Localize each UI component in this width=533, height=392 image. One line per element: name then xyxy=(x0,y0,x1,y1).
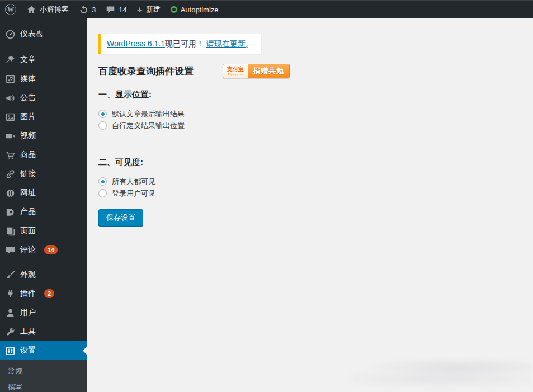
radio-option-custom-output[interactable]: 自行定义结果输出位置 xyxy=(98,120,522,131)
radio-option-default-output[interactable]: 默认文章最后输出结果 xyxy=(98,108,522,120)
sidebar-item-posts[interactable]: 文章 xyxy=(0,50,87,69)
notice-text: 现已可用！ xyxy=(165,39,206,48)
radio-selected-icon[interactable] xyxy=(98,177,107,186)
radio-option-loggedin-visible[interactable]: 登录用户可见 xyxy=(98,187,522,199)
comments-count: 14 xyxy=(119,6,126,14)
plugin-icon xyxy=(4,288,16,299)
sidebar-item-label: 页面 xyxy=(20,226,36,236)
radio-unselected-icon[interactable] xyxy=(98,121,107,130)
sidebar-item-label: 工具 xyxy=(20,327,36,337)
sidebar-item-label: 仪表盘 xyxy=(20,29,44,39)
media-icon xyxy=(4,73,16,84)
autoptimize-label: Autoptimize xyxy=(181,6,219,14)
sidebar-item-videos[interactable]: 视频 xyxy=(0,126,87,145)
comment-bubble-icon xyxy=(106,5,115,15)
home-icon xyxy=(26,4,36,15)
globe-icon xyxy=(4,187,16,199)
sidebar-item-label: 公告 xyxy=(20,93,36,103)
section-visibility-heading: 二、可见度: xyxy=(98,157,522,168)
brush-icon xyxy=(4,269,16,280)
notice-text-end: 。 xyxy=(246,39,253,48)
sidebar: 仪表盘 文章 媒体 公告 图片 视频 商品 xyxy=(0,18,87,392)
comments-menu[interactable]: 14 xyxy=(101,1,131,18)
user-icon xyxy=(4,307,16,318)
sidebar-item-label: 网址 xyxy=(20,188,36,198)
wp-logo-menu[interactable]: W xyxy=(0,1,21,18)
settings-submenu: 常规 撰写 xyxy=(0,360,87,392)
donate-label: 捐赠共勉 xyxy=(248,64,289,78)
sidebar-item-pictures[interactable]: 图片 xyxy=(0,107,87,126)
radio-option-label: 自行定义结果输出位置 xyxy=(112,121,185,130)
radio-option-everyone-visible[interactable]: 所有人都可见 xyxy=(98,176,522,187)
sidebar-item-comments[interactable]: 评论 14 xyxy=(0,240,87,259)
settings-icon xyxy=(4,345,16,356)
radio-selected-icon[interactable] xyxy=(98,110,107,118)
menu-separator xyxy=(0,44,87,50)
sidebar-item-urls[interactable]: 网址 xyxy=(0,183,87,202)
alipay-brand-label: 支付宝 xyxy=(227,67,244,72)
sidebar-item-label: 插件 xyxy=(20,289,36,299)
sidebar-item-links[interactable]: 链接 xyxy=(0,164,87,183)
sidebar-item-tools[interactable]: 工具 xyxy=(0,322,87,341)
comment-icon xyxy=(4,244,16,256)
sidebar-item-users[interactable]: 用户 xyxy=(0,303,87,322)
radio-option-label: 登录用户可见 xyxy=(112,188,155,198)
sidebar-item-settings[interactable]: 设置 xyxy=(0,341,87,360)
updates-menu[interactable]: 3 xyxy=(74,1,101,18)
wrench-icon xyxy=(4,326,16,337)
video-camera-icon xyxy=(4,130,16,141)
sidebar-item-goods[interactable]: 商品 xyxy=(0,145,87,164)
plugins-badge: 2 xyxy=(44,289,54,298)
submenu-item-general[interactable]: 常规 xyxy=(0,363,87,379)
new-content-label: 新建 xyxy=(146,4,161,15)
visibility-options: 所有人都可见 登录用户可见 xyxy=(98,176,522,199)
section-display-position-heading: 一、显示位置: xyxy=(98,89,522,100)
alipay-domain-label: Alipay.com xyxy=(228,73,244,76)
site-name-label: 小辉博客 xyxy=(40,4,69,15)
site-name-menu[interactable]: 小辉博客 xyxy=(21,1,74,18)
sidebar-item-media[interactable]: 媒体 xyxy=(0,69,87,88)
alipay-donate-button[interactable]: 支付宝 Alipay.com 捐赠共勉 xyxy=(223,64,290,78)
wordpress-logo-icon: W xyxy=(5,4,16,15)
pushpin-icon xyxy=(4,54,16,65)
megaphone-icon xyxy=(4,92,16,103)
alipay-logo: 支付宝 Alipay.com xyxy=(223,64,248,78)
sidebar-item-dashboard[interactable]: 仪表盘 xyxy=(0,25,87,44)
sidebar-item-label: 产品 xyxy=(20,207,36,217)
page-title: 百度收录查询插件设置 xyxy=(98,65,194,78)
display-position-options: 默认文章最后输出结果 自行定义结果输出位置 xyxy=(98,108,522,131)
blurred-watermark xyxy=(348,357,533,386)
sidebar-item-label: 商品 xyxy=(20,150,36,160)
sidebar-item-label: 链接 xyxy=(20,169,36,179)
sidebar-item-label: 设置 xyxy=(20,346,36,356)
radio-option-label: 所有人都可见 xyxy=(112,177,155,186)
main-content: WordPress 6.1.1现已可用！ 请现在更新。 百度收录查询插件设置 支… xyxy=(87,18,533,392)
product-icon xyxy=(4,206,16,218)
title-row: 百度收录查询插件设置 支付宝 Alipay.com 捐赠共勉 xyxy=(98,64,522,78)
sidebar-item-plugins[interactable]: 插件 2 xyxy=(0,284,87,303)
sidebar-item-label: 图片 xyxy=(20,112,36,122)
wordpress-version-link[interactable]: WordPress 6.1.1 xyxy=(107,39,165,48)
save-settings-button[interactable]: 保存设置 xyxy=(98,209,143,226)
pages-icon xyxy=(4,225,16,237)
radio-unselected-icon[interactable] xyxy=(98,189,107,197)
new-content-menu[interactable]: + 新建 xyxy=(132,1,166,18)
updates-count: 3 xyxy=(92,6,96,14)
update-now-link[interactable]: 请现在更新 xyxy=(206,39,246,48)
cart-icon xyxy=(4,149,16,160)
autoptimize-ring-icon xyxy=(171,6,177,13)
submenu-item-writing[interactable]: 撰写 xyxy=(0,379,87,392)
sidebar-item-pages[interactable]: 页面 xyxy=(0,221,87,240)
sidebar-item-appearance[interactable]: 外观 xyxy=(0,265,87,284)
sidebar-item-announcements[interactable]: 公告 xyxy=(0,88,87,107)
sidebar-item-label: 评论 xyxy=(20,245,36,255)
sidebar-item-products[interactable]: 产品 xyxy=(0,202,87,221)
menu-separator xyxy=(0,259,87,265)
sidebar-item-label: 外观 xyxy=(20,270,36,280)
comments-badge: 14 xyxy=(44,245,58,254)
sidebar-item-label: 视频 xyxy=(20,131,36,141)
dashboard-icon xyxy=(4,29,16,40)
sidebar-item-label: 媒体 xyxy=(20,74,36,84)
autoptimize-menu[interactable]: Autoptimize xyxy=(166,1,224,18)
link-icon xyxy=(4,168,16,180)
